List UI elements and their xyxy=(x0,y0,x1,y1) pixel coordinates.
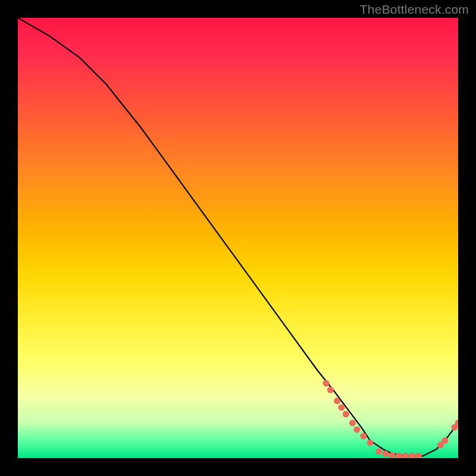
data-point xyxy=(323,380,330,387)
data-point xyxy=(360,433,367,440)
data-point xyxy=(396,453,402,458)
data-point xyxy=(334,397,340,404)
data-point xyxy=(375,448,382,455)
bottleneck-curve xyxy=(18,18,458,456)
plot-area xyxy=(18,18,458,458)
data-point xyxy=(353,426,360,433)
data-point xyxy=(415,453,422,458)
dot-markers xyxy=(323,380,459,458)
data-point xyxy=(343,411,349,418)
chart-frame: TheBottleneck.com xyxy=(0,0,476,476)
data-point xyxy=(441,437,448,444)
data-point xyxy=(409,453,415,458)
data-point xyxy=(327,387,334,393)
data-point xyxy=(402,453,409,458)
plot-svg xyxy=(18,18,458,458)
data-point xyxy=(382,450,389,457)
data-point xyxy=(338,404,345,411)
watermark-text: TheBottleneck.com xyxy=(360,2,469,17)
data-point xyxy=(367,440,374,446)
data-point xyxy=(349,419,356,426)
